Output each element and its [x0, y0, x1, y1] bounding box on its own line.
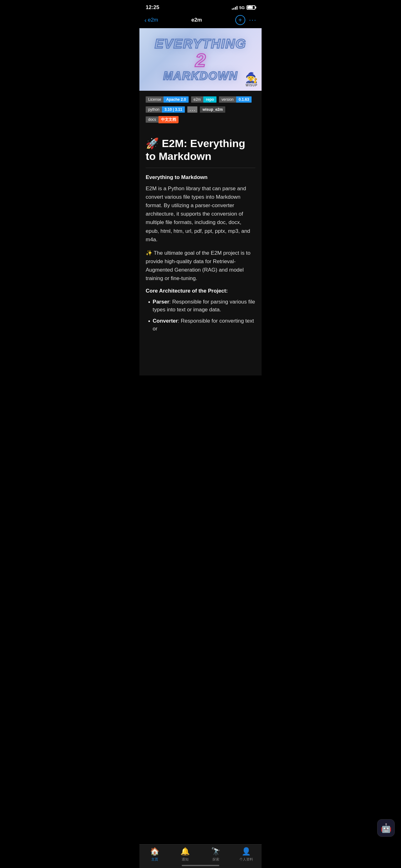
- badges-row-2: python 3.10 | 3.11 . . . wisup_e2m docs …: [146, 106, 255, 123]
- signal-bars-icon: [232, 5, 237, 10]
- status-icons: 5G 74: [232, 5, 255, 10]
- badge-repo-label: e2m: [191, 96, 203, 103]
- license-badge[interactable]: License Apache 2.0: [146, 96, 189, 103]
- python-badge[interactable]: python 3.10 | 3.11: [146, 106, 185, 113]
- badge-version-label: version: [219, 96, 236, 103]
- battery-percentage: 74: [249, 5, 253, 10]
- docs-badge[interactable]: docs 中文文档: [146, 116, 178, 123]
- bullet-bold-1: Parser: [152, 299, 169, 305]
- bullet-bold-2: Converter: [152, 318, 178, 324]
- add-button[interactable]: +: [235, 15, 245, 25]
- badges-section: License Apache 2.0 e2m repo version 0.1.…: [139, 91, 262, 131]
- bullet-text-2: Converter: Responsible for converting te…: [152, 317, 255, 333]
- hero-line2: MARKDOWN: [155, 70, 246, 82]
- tab-profile[interactable]: 👤 个人资料: [235, 847, 257, 862]
- battery-icon: 74: [247, 5, 255, 10]
- navigation-bar: ‹ e2m e2m + ···: [139, 12, 262, 28]
- badge-license-label: License: [146, 96, 164, 103]
- hero-logo: 🧙 WISUP: [245, 72, 258, 87]
- tab-profile-label: 个人资料: [239, 857, 253, 862]
- goal-text: ✨ The ultimate goal of the E2M project i…: [146, 249, 255, 283]
- chevron-left-icon: ‹: [144, 17, 147, 24]
- badges-row-1: License Apache 2.0 e2m repo version 0.1.…: [146, 96, 255, 103]
- home-indicator: [182, 865, 219, 866]
- badge-docs-label: docs: [146, 116, 159, 123]
- badge-python-value: 3.10 | 3.11: [162, 106, 185, 113]
- back-label: e2m: [148, 17, 158, 23]
- tab-bar: 🏠 主页 🔔 通知 🔭 探索 👤 个人资料: [139, 844, 262, 868]
- bullet-text-1: Parser: Responsible for parsing various …: [152, 298, 255, 314]
- status-bar: 12:25 5G 74: [139, 0, 262, 12]
- more-button[interactable]: ···: [249, 16, 257, 24]
- bell-icon: 🔔: [180, 847, 190, 856]
- telescope-icon: 🔭: [211, 847, 221, 856]
- home-icon: 🏠: [150, 847, 160, 856]
- bullet-icon: •: [148, 298, 150, 307]
- tab-notifications[interactable]: 🔔 通知: [174, 847, 196, 862]
- plus-icon: +: [238, 17, 242, 24]
- badge-version-value: 0.1.63: [236, 96, 252, 103]
- tab-home-label: 主页: [151, 857, 158, 862]
- page-title: e2m: [192, 17, 202, 23]
- article-title: 🚀 E2M: Everything to Markdown: [146, 137, 255, 163]
- ellipsis-badge[interactable]: . . .: [187, 106, 198, 113]
- wisup-badge[interactable]: wisup_e2m: [200, 106, 225, 113]
- hero-banner: EVERYTHING 2 MARKDOWN 🧙 WISUP: [139, 28, 262, 91]
- version-badge[interactable]: version 0.1.63: [219, 96, 252, 103]
- battery-indicator: 74: [247, 5, 255, 10]
- status-time: 12:25: [146, 4, 159, 11]
- divider: [146, 168, 255, 168]
- subtitle: Everything to Markdown: [146, 174, 255, 181]
- network-type: 5G: [239, 5, 245, 10]
- badge-license-value: Apache 2.0: [164, 96, 188, 103]
- hero-text: EVERYTHING 2 MARKDOWN: [155, 37, 246, 82]
- main-content: 🚀 E2M: Everything to Markdown Everything…: [139, 131, 262, 375]
- tab-explore-label: 探索: [212, 857, 219, 862]
- hero-number: 2: [155, 51, 246, 70]
- list-item: • Parser: Responsible for parsing variou…: [148, 298, 255, 314]
- core-architecture-header: Core Architecture of the Project:: [146, 288, 255, 294]
- tab-home[interactable]: 🏠 主页: [144, 847, 166, 862]
- badge-wisup: wisup_e2m: [200, 106, 225, 113]
- badge-docs-value: 中文文档: [159, 116, 178, 123]
- repo-badge[interactable]: e2m repo: [191, 96, 217, 103]
- description-text: E2M is a Python library that can parse a…: [146, 184, 255, 244]
- badge-repo-value: repo: [203, 96, 217, 103]
- profile-icon: 👤: [241, 847, 251, 856]
- hero-logo-text: WISUP: [246, 84, 258, 87]
- list-item: • Converter: Responsible for converting …: [148, 317, 255, 333]
- bullet-list: • Parser: Responsible for parsing variou…: [146, 298, 255, 333]
- nav-actions: + ···: [235, 15, 257, 25]
- badge-python-label: python: [146, 106, 162, 113]
- wizard-hat-icon: 🧙: [245, 72, 258, 84]
- tab-notifications-label: 通知: [182, 857, 189, 862]
- tab-explore[interactable]: 🔭 探索: [205, 847, 227, 862]
- badge-ellipsis: . . .: [187, 106, 198, 113]
- hero-line1: EVERYTHING: [155, 37, 246, 51]
- bullet-icon: •: [148, 317, 150, 326]
- back-button[interactable]: ‹ e2m: [144, 17, 158, 24]
